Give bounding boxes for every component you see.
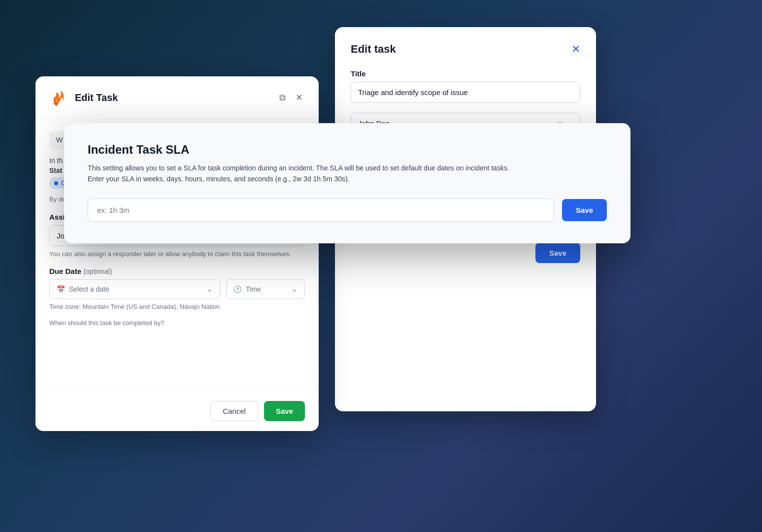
close-icon-button[interactable]: ✕ [294, 90, 305, 105]
sla-description: This setting allows you to set a SLA for… [88, 163, 531, 185]
modal-back-header: Edit task ✕ [351, 43, 580, 56]
sla-save-button[interactable]: Save [562, 199, 607, 221]
date-picker-wrapper: 📅 Select a date ⌄ [49, 279, 220, 299]
sla-title: Incident Task SLA [88, 143, 607, 157]
modal-left-header: Edit Task ⧉ ✕ [35, 76, 319, 119]
assigned-responder-helper: You can also assign a responder later or… [49, 249, 305, 259]
sla-input-row: Save [88, 199, 607, 222]
due-date-optional-label: (optional) [83, 267, 112, 275]
modal-left-footer: Cancel Save [35, 391, 319, 431]
save-button-left[interactable]: Save [264, 401, 305, 421]
date-dropdown-arrow: ⌄ [207, 285, 213, 293]
modal-back-save-button[interactable]: Save [535, 243, 580, 263]
title-field-group: Title [351, 69, 580, 103]
calendar-icon-left: 📅 [57, 285, 65, 293]
date-placeholder: Select a date [69, 285, 203, 293]
time-picker-button[interactable]: 🕐 Time ⌄ [226, 279, 305, 299]
timezone-helper: Time zone: Mountain Time (US and Canada)… [49, 302, 305, 312]
app-logo [49, 88, 68, 107]
date-picker-button[interactable]: 📅 Select a date ⌄ [49, 279, 220, 299]
copy-icon-button[interactable]: ⧉ [277, 91, 288, 105]
due-date-section: Due Date (optional) 📅 Select a date ⌄ 🕐 … [49, 267, 305, 312]
sla-input[interactable] [88, 199, 554, 222]
time-placeholder: Time [246, 285, 288, 293]
due-date-row: 📅 Select a date ⌄ 🕐 Time ⌄ [49, 279, 305, 299]
modal-back-title: Edit task [351, 43, 396, 56]
modal-back-close-icon[interactable]: ✕ [571, 43, 580, 56]
title-field-label: Title [351, 69, 580, 78]
sla-modal: Incident Task SLA This setting allows yo… [64, 123, 630, 243]
due-date-label-left: Due Date (optional) [49, 267, 305, 275]
clock-icon: 🕐 [233, 285, 242, 293]
cancel-button[interactable]: Cancel [210, 401, 258, 421]
modal-header-icons: ⧉ ✕ [277, 90, 305, 105]
time-picker-wrapper: 🕐 Time ⌄ [226, 279, 305, 299]
title-input[interactable] [351, 82, 580, 103]
modal-left-title: Edit Task [75, 92, 277, 103]
when-helper: When should this task be completed by? [49, 319, 305, 327]
time-dropdown-arrow: ⌄ [292, 285, 298, 293]
